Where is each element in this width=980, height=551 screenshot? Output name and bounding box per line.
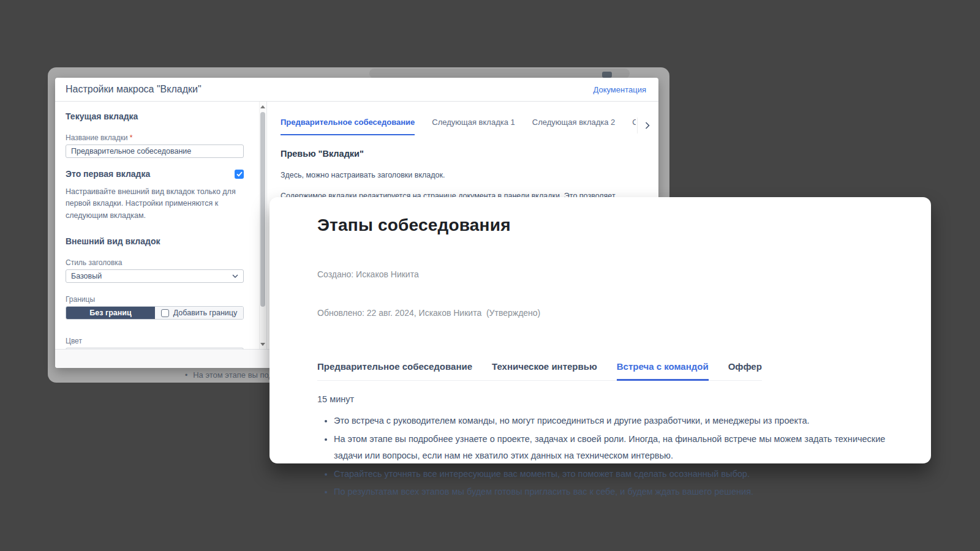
panel-scrollbar[interactable] xyxy=(259,102,266,349)
header-style-label: Стиль заголовка xyxy=(66,258,248,267)
chevron-right-icon xyxy=(645,122,650,129)
card-tab-bar: Предварительное собеседование Техническо… xyxy=(317,361,762,381)
scrollbar-thumb[interactable] xyxy=(260,112,265,307)
background-window-icon xyxy=(602,72,612,78)
list-item: Это встреча с руководителем команды, но … xyxy=(334,413,888,430)
dialog-title: Настройки макроса "Вкладки" xyxy=(66,84,202,95)
updated-by: Обновлено: 22 авг. 2024, Искаков Никита … xyxy=(317,307,888,320)
borders-label: Границы xyxy=(66,295,248,304)
list-item: Старайтесь уточнять все интересующие вас… xyxy=(334,466,888,483)
chevron-down-icon xyxy=(232,274,238,278)
page-meta: Создано: Искаков Никита Обновлено: 22 ав… xyxy=(317,242,888,345)
color-label: Цвет xyxy=(66,337,248,345)
section-appearance: Внешний вид вкладок xyxy=(66,236,248,246)
first-tab-label: Это первая вкладка xyxy=(66,169,150,179)
first-tab-checkbox[interactable] xyxy=(235,170,244,179)
preview-tab[interactable]: Следующая вкладка 1 xyxy=(432,118,515,135)
add-border-checkbox[interactable] xyxy=(161,309,169,317)
bullet-list: Это встреча с руководителем команды, но … xyxy=(317,413,888,501)
check-icon xyxy=(236,171,243,177)
list-item: На этом этапе вы подробнее узнаете о про… xyxy=(334,431,888,465)
tab-name-label: Название вкладки * xyxy=(66,133,248,142)
card-tab[interactable]: Предварительное собеседование xyxy=(317,361,472,380)
bullet-icon: • xyxy=(185,371,187,380)
tabs-scroll-right-button[interactable] xyxy=(637,118,650,133)
add-border-segment[interactable]: Добавить границу xyxy=(155,307,243,319)
borders-segmented-control: Без границ Добавить границу xyxy=(66,306,244,320)
header-style-select[interactable]: Базовый xyxy=(66,269,244,283)
preview-heading: Превью "Вкладки" xyxy=(281,149,658,159)
card-tab[interactable]: Техническое интервью xyxy=(492,361,597,380)
documentation-link[interactable]: Документация xyxy=(594,85,647,94)
preview-paragraph: Здесь, можно настраивать заголовки вклад… xyxy=(281,171,658,179)
preview-tab[interactable]: Следующ xyxy=(632,118,636,135)
duration-text: 15 минут xyxy=(317,394,888,404)
tab-name-input[interactable] xyxy=(66,144,244,158)
background-toolbar xyxy=(369,69,630,78)
preview-tab-bar: Предварительное собеседование Следующая … xyxy=(281,118,636,135)
preview-tab[interactable]: Следующая вкладка 2 xyxy=(532,118,616,135)
color-select[interactable]: По умолчанию xyxy=(66,348,244,349)
preview-tab[interactable]: Предварительное собеседование xyxy=(281,118,415,135)
created-by: Создано: Искаков Никита xyxy=(317,268,888,281)
list-item: По результатам всех этапов мы будем гото… xyxy=(334,484,888,501)
page-title: Этапы собеседования xyxy=(317,216,888,235)
scroll-up-button[interactable] xyxy=(260,103,266,110)
scroll-down-button[interactable] xyxy=(260,340,266,348)
required-asterisk: * xyxy=(130,133,133,142)
card-tab[interactable]: Оффер xyxy=(728,361,762,380)
settings-panel: Текущая вкладка Название вкладки * Это п… xyxy=(55,102,267,349)
first-tab-hint: Настраивайте внешний вид вкладок только … xyxy=(66,186,249,222)
card-tab[interactable]: Встреча с командой xyxy=(617,361,709,380)
section-current-tab: Текущая вкладка xyxy=(66,111,248,121)
dialog-header: Настройки макроса "Вкладки" Документация xyxy=(55,78,658,102)
no-border-segment[interactable]: Без границ xyxy=(66,307,155,319)
interview-stages-card: Этапы собеседования Создано: Искаков Ник… xyxy=(270,197,931,463)
